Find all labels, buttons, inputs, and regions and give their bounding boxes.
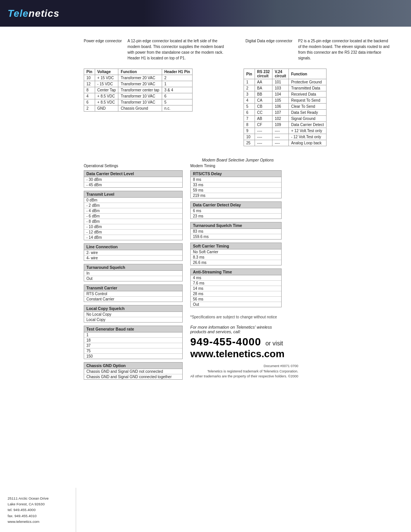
website-url: www.telenetics.com <box>190 348 298 360</box>
table-row: 12- 15 VDCTransformer 20 VAC1 <box>84 81 193 87</box>
option-item: 4- wire <box>84 256 182 260</box>
option-group: Transmit CarrierRTS ControlConstant Carr… <box>84 284 183 302</box>
timing-item: 8.3 ms <box>191 255 281 260</box>
table-row: 2GNDChassis Groundn.c. <box>84 105 193 112</box>
timing-item: 219 ms <box>191 193 281 198</box>
table-row: 2BA103Transmitted Data <box>244 85 327 91</box>
table-row: 9--------+ 12 Volt.Test only <box>244 128 327 134</box>
rs232-col-function: Function <box>288 69 326 79</box>
power-connector-text: A 12-pin edge connector located at the l… <box>127 38 230 61</box>
table-row: 4CA105Request To Send <box>244 97 327 104</box>
power-table-container: Pin Voltage Function Header H1 Pin 10+ 1… <box>84 69 232 152</box>
doc-number: Document #0071 0700 <box>190 364 298 369</box>
table-row: 7AB102Signal Ground <box>244 116 327 122</box>
option-group: Line Connection2- wire4- wire <box>84 243 183 261</box>
timing-item: 83 ms <box>191 229 281 234</box>
timing-group-header: Anti-Streaming Time <box>191 269 281 275</box>
table-row: 25--------Analog Loop back <box>244 140 327 146</box>
power-connector-desc: Power edge connector A 12-pin edge conne… <box>84 38 230 61</box>
option-item: 1 <box>84 332 182 338</box>
modem-timing-col: Modem Timing RTS/CTS Delay8 ms33 ms59 ms… <box>190 164 298 383</box>
option-group-header: Test Generator Baud rate <box>84 326 182 332</box>
timing-item: Out <box>191 302 281 307</box>
timing-item: 26.6 ms <box>191 260 281 265</box>
timing-item: 59 ms <box>191 188 281 193</box>
option-item: - 8 dBm <box>84 219 182 224</box>
option-item: 0 dBm <box>84 198 182 203</box>
timing-item: 4 ms <box>191 275 281 281</box>
trademark1: Telenetics is registered trademark of Te… <box>190 369 298 374</box>
option-item: RTS Control <box>84 291 182 297</box>
option-group: Local Copy SquelchNo Local CopyLocal Cop… <box>84 305 183 323</box>
option-item: - 2 dBm <box>84 203 182 208</box>
option-group: Data Carrier Detect Level- 30 dBm- 45 dB… <box>84 170 183 188</box>
rs232-table: Pin RS 232circuit V.24circuit Function 1… <box>244 69 327 146</box>
table-row: 10--------- 12 Volt.Test only <box>244 134 327 140</box>
digital-connector-label: Digital Data edge connector <box>245 38 292 61</box>
tables-section: Pin Voltage Function Header H1 Pin 10+ 1… <box>84 69 392 152</box>
phone-line: 949-455-4000 or visit <box>190 336 298 348</box>
timing-item: 159.6 ms <box>191 234 281 239</box>
contact-text1: For more information on Telenetics' wire… <box>190 325 298 334</box>
digital-connector-desc: Digital Data edge connector P2 is a 25-p… <box>245 38 392 61</box>
table-row: 8CF109Data Carrier Detect <box>244 122 327 128</box>
footer-section: *Specifications are subject to change wi… <box>190 315 298 379</box>
option-item: In <box>84 271 182 276</box>
table-row: 1AA101Protective Ground <box>244 79 327 85</box>
power-col-voltage: Voltage <box>95 69 118 75</box>
jumper-title: Modem Board Selective Jumper Options <box>84 158 392 162</box>
option-item: 2- wire <box>84 250 182 256</box>
table-row: 4+ 8.5 VDCTransformer 10 VAC6 <box>84 93 193 99</box>
digital-connector-text: P2 is a 25-pin edge connector located at… <box>298 38 392 61</box>
option-group-header: Transmit Carrier <box>84 285 182 291</box>
option-item: - 4 dBm <box>84 208 182 214</box>
option-item: - 45 dBm <box>84 182 182 187</box>
option-group-header: Local Copy Squelch <box>84 305 182 312</box>
timing-item: 23 ms <box>191 214 281 219</box>
power-col-function: Function <box>118 69 162 75</box>
option-item: Out <box>84 276 182 281</box>
option-group-header: Line Connection <box>84 244 182 250</box>
option-group-header: Transmit Level <box>84 191 182 198</box>
option-item: 75 <box>84 348 182 354</box>
header-background <box>144 0 411 27</box>
table-row: 6+ 8.5 VDCTransformer 10 VAC5 <box>84 99 193 105</box>
option-group: Chassis GND OptionChassis GND and Signal… <box>84 362 183 380</box>
timing-item: 8 ms <box>191 177 281 182</box>
power-connector-label: Power edge connector <box>84 38 122 61</box>
power-col-header: Header H1 Pin <box>162 69 193 75</box>
timing-group: Data Carrier Detect Delay6 ms23 ms <box>190 201 282 219</box>
specs-notice: *Specifications are subject to change wi… <box>190 315 298 319</box>
timing-group-header: Turnaround Squelch Time <box>191 222 281 229</box>
timing-group: Anti-Streaming Time4 ms7.6 ms14 ms28 ms5… <box>190 268 282 307</box>
option-item: Chassis GND and Signal GND connected tog… <box>84 374 182 379</box>
option-group: Turnaround SquelchInOut <box>84 264 183 281</box>
timing-groups: RTS/CTS Delay8 ms33 ms59 ms219 msData Ca… <box>190 170 298 307</box>
timing-group: Turnaround Squelch Time83 ms159.6 ms <box>190 222 282 240</box>
timing-item: 33 ms <box>191 182 281 188</box>
table-row: 5CB106Clear To Send <box>244 104 327 110</box>
option-item: - 14 dBm <box>84 235 182 240</box>
doc-info: Document #0071 0700 Telenetics is regist… <box>190 364 298 379</box>
timing-group-header: Soft Carrier Timing <box>191 243 281 249</box>
option-item: 37 <box>84 343 182 348</box>
option-item: No Local Copy <box>84 312 182 317</box>
jumper-columns: Operational Settings Data Carrier Detect… <box>84 164 392 383</box>
timing-item: No Soft Carrier <box>191 249 281 255</box>
option-group-header: Chassis GND Option <box>84 363 182 369</box>
option-item: - 30 dBm <box>84 177 182 182</box>
rs232-col-pin: Pin <box>244 69 255 79</box>
operational-settings-col: Operational Settings Data Carrier Detect… <box>84 164 183 383</box>
option-group: Transmit Level0 dBm- 2 dBm- 4 dBm- 6 dBm… <box>84 191 183 240</box>
rs232-col-v24: V.24circuit <box>272 69 288 79</box>
power-table: Pin Voltage Function Header H1 Pin 10+ 1… <box>84 69 193 112</box>
table-row: 8Center TapTransformer center tap3 & 4 <box>84 87 193 93</box>
option-item: Chassis GND and Signal GND not connected <box>84 369 182 374</box>
timing-item: 7.6 ms <box>191 281 281 286</box>
option-item: - 12 dBm <box>84 230 182 235</box>
timing-group-header: Data Carrier Detect Delay <box>191 202 281 208</box>
timing-item: 6 ms <box>191 208 281 214</box>
option-group-header: Data Carrier Detect Level <box>84 171 182 177</box>
option-item: - 6 dBm <box>84 214 182 219</box>
timing-label: Modem Timing <box>190 164 298 168</box>
